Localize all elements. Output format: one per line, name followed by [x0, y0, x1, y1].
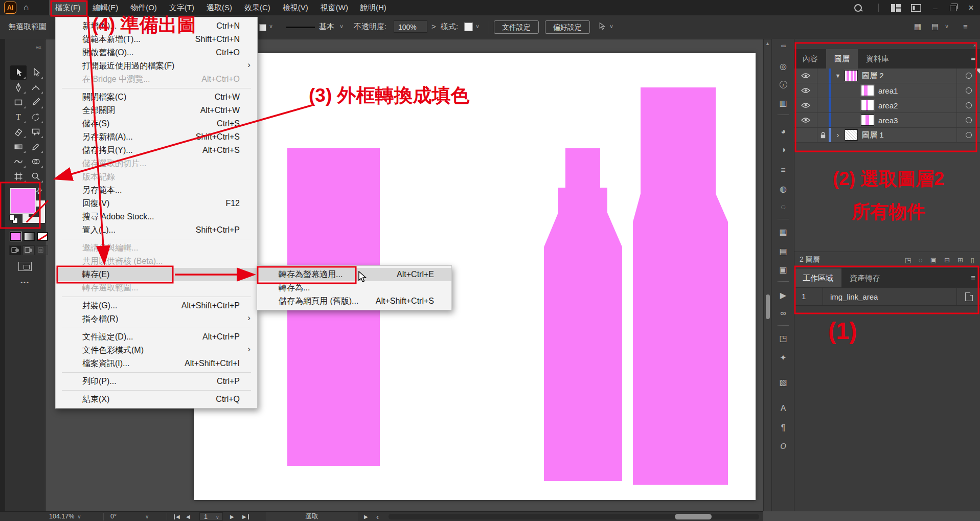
preferences-button[interactable]: 偏好設定 [545, 20, 590, 34]
layer-thumbnail[interactable] [845, 129, 858, 141]
menu-item[interactable]: 指令檔(R) › [56, 312, 257, 326]
info-panel-icon[interactable]: i [772, 80, 794, 89]
menu-item[interactable]: 封裝(G)... Alt+Shift+Ctrl+P [56, 299, 257, 312]
make-clipping-mask-icon[interactable]: ▣ [930, 256, 937, 264]
layer-name[interactable]: 圖層 1 [862, 130, 956, 140]
menu-item[interactable] [62, 390, 251, 391]
appearance-panel-icon[interactable]: ▦ [772, 227, 794, 237]
menu-item[interactable]: 文件色彩模式(M) › [56, 344, 257, 357]
layer-thumbnail[interactable] [845, 70, 858, 81]
stroke-color-mini-swatch[interactable] [259, 24, 266, 31]
visibility-toggle[interactable] [794, 69, 817, 83]
tab-layers[interactable]: 圖層 [826, 49, 858, 69]
menu-item[interactable]: 儲存拷貝(Y)... Alt+Ctrl+S [56, 144, 257, 157]
menubar-item[interactable]: 檢視(V) [277, 0, 314, 15]
scroll-up-icon[interactable]: ▲ [765, 41, 770, 46]
close-button[interactable]: × [962, 0, 980, 15]
new-sublayer-icon[interactable]: ⊟ [944, 256, 950, 264]
artboard-name[interactable]: img_link_area [823, 292, 956, 301]
menu-item[interactable]: 列印(P)... Ctrl+P [56, 375, 257, 388]
tab-asset-export[interactable]: 資產轉存 [841, 268, 888, 288]
menu-item[interactable] [62, 239, 251, 239]
menubar-item[interactable]: 物件(O) [124, 0, 163, 15]
swatches-panel-icon[interactable]: ▧ [772, 377, 794, 387]
menu-item[interactable]: 邀請參與編輯... [56, 241, 257, 255]
last-artboard-button[interactable]: ▶ [242, 514, 249, 519]
menu-item[interactable] [62, 297, 251, 297]
lock-toggle[interactable] [817, 98, 829, 112]
document-setup-button[interactable]: 文件設定 [494, 20, 539, 34]
properties-panel-icon[interactable]: ◎ [772, 61, 794, 71]
collapse-panel-icon[interactable]: «« [36, 44, 41, 50]
chevron-down-icon[interactable]: ∨ [475, 23, 480, 30]
status-back-icon[interactable]: ‹ [376, 512, 379, 521]
artboard-options-icon[interactable] [956, 288, 980, 305]
style-swatch[interactable] [464, 22, 473, 31]
menu-item[interactable]: 打開最近使用過的檔案(F) › [56, 59, 257, 73]
menu-item[interactable]: 從範本新增(T)... Shift+Ctrl+N [56, 33, 257, 46]
change-screen-mode-icon[interactable] [18, 262, 32, 271]
menu-item[interactable]: 檔案資訊(I)... Alt+Shift+Ctrl+I [56, 357, 257, 370]
menu-item[interactable] [62, 372, 251, 373]
menu-item[interactable]: 共用以供審核 (Beta)... [56, 255, 257, 268]
artboard-tool[interactable] [10, 169, 27, 184]
arrange-documents-icon[interactable]: ▦ [914, 22, 921, 31]
menu-item[interactable]: 另存新檔(A)... Shift+Ctrl+S [56, 130, 257, 144]
lock-toggle[interactable] [817, 83, 829, 98]
new-layer-icon[interactable]: ⊞ [958, 256, 963, 264]
restore-button[interactable] [944, 0, 962, 15]
visibility-toggle[interactable] [794, 83, 817, 98]
first-artboard-button[interactable]: ◀ [174, 514, 180, 519]
search-icon[interactable] [854, 4, 866, 12]
lock-toggle[interactable] [817, 113, 829, 127]
layer-row[interactable]: area1 [794, 83, 980, 98]
status-play-icon[interactable]: ▶ [364, 514, 369, 519]
paragraph-panel-icon[interactable]: ¶ [772, 423, 794, 433]
menubar-item[interactable]: 文字(T) [163, 0, 200, 15]
menu-item[interactable]: 置入(L)... Shift+Ctrl+P [56, 223, 257, 237]
menu-item[interactable]: 開啟舊檔(O)... Ctrl+O [56, 46, 257, 59]
menubar-item[interactable]: 視窗(W) [314, 0, 354, 15]
submenu-item[interactable]: 儲存為網頁用 (舊版)... Alt+Shift+Ctrl+S [257, 295, 451, 308]
menubar-item[interactable]: 說明(H) [354, 0, 393, 15]
pen-tool[interactable] [10, 80, 27, 95]
width-tool[interactable] [10, 154, 27, 169]
panel-menu-icon[interactable]: ≡ [971, 273, 975, 282]
menu-item[interactable]: 儲存(S) Ctrl+S [56, 117, 257, 130]
visibility-toggle[interactable] [794, 113, 817, 127]
menu-item[interactable]: 儲存選取的切片... [56, 157, 257, 170]
menu-item[interactable]: 轉存(E) › [56, 268, 257, 281]
lock-icon[interactable] [817, 128, 829, 142]
menu-item[interactable]: 版本記錄 [56, 170, 257, 184]
gradient-tool[interactable] [10, 140, 27, 154]
color-guide-panel-icon[interactable]: ◕ [772, 127, 794, 136]
menu-item[interactable]: 在 Bridge 中瀏覽... Alt+Ctrl+O [56, 73, 257, 86]
shape-builder-tool[interactable] [28, 154, 44, 169]
tab-properties[interactable]: 內容 [794, 49, 826, 69]
character-panel-icon[interactable]: A [772, 404, 794, 413]
menubar-item[interactable]: 效果(C) [238, 0, 277, 15]
layer-row[interactable]: › 圖層 1 [794, 128, 980, 143]
chevron-down-icon[interactable]: ∨ [945, 23, 949, 30]
previous-artboard-button[interactable]: ◀ [186, 514, 191, 519]
eyedropper-tool[interactable] [28, 140, 44, 154]
layer-thumbnail[interactable] [861, 85, 874, 96]
selection-tool-options-icon[interactable] [597, 21, 606, 31]
menu-item[interactable]: 回復(V) F12 [56, 197, 257, 210]
variables-panel-icon[interactable]: ▥ [772, 98, 794, 108]
expand-panels-icon[interactable]: » [973, 42, 976, 48]
visibility-toggle[interactable] [794, 98, 817, 112]
visibility-toggle[interactable] [794, 128, 817, 142]
workspace-switcher-icon[interactable]: ▤ [931, 22, 939, 31]
tab-artboards[interactable]: 工作區域 [794, 268, 841, 288]
menu-item[interactable]: 文件設定(D)... Alt+Ctrl+P [56, 330, 257, 344]
transparency-panel-icon[interactable]: ◍ [772, 184, 794, 194]
edit-toolbar-dots-icon[interactable]: ••• [5, 279, 45, 285]
color-button[interactable] [10, 232, 21, 241]
menubar-item[interactable]: 檔案(F) [49, 0, 86, 15]
layer-thumbnail[interactable] [861, 115, 874, 126]
paintbrush-tool[interactable] [28, 95, 44, 109]
menubar-item[interactable]: 選取(S) [200, 0, 238, 15]
share-document-icon[interactable] [911, 4, 921, 12]
links-panel-icon[interactable]: ∞ [772, 309, 794, 318]
